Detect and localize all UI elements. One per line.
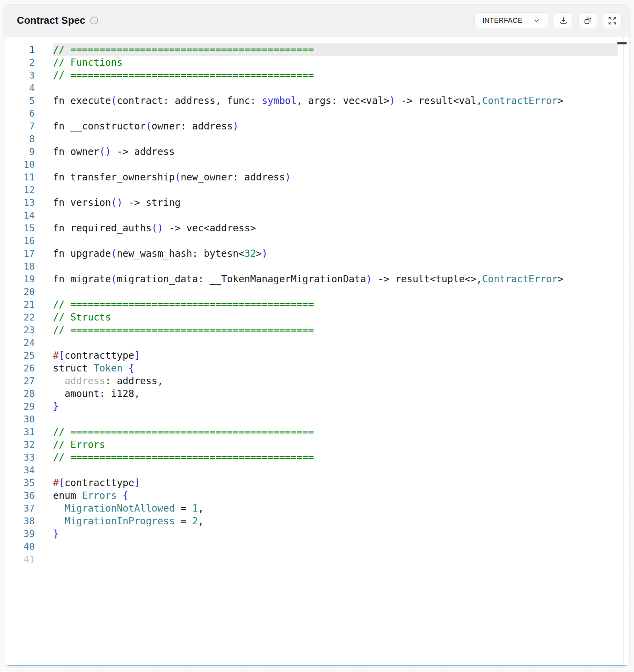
line-number: 11 bbox=[4, 171, 35, 183]
line-number: 7 bbox=[4, 120, 35, 133]
line-number: 38 bbox=[4, 515, 35, 527]
code-text: MigrationInProgress = 2, bbox=[53, 515, 618, 527]
code-text: enum Errors { bbox=[53, 489, 618, 502]
code-text: fn upgrade(new_wasm_hash: bytesn<32>) bbox=[53, 247, 618, 260]
line-number: 27 bbox=[4, 375, 35, 387]
line-number: 21 bbox=[4, 298, 35, 311]
code-line: 2// Functions bbox=[4, 56, 629, 69]
line-number: 3 bbox=[4, 69, 35, 82]
line-number: 32 bbox=[4, 438, 35, 451]
chevron-down-icon bbox=[533, 17, 540, 24]
hscrollbar-thumb[interactable] bbox=[617, 42, 627, 44]
line-number: 26 bbox=[4, 362, 35, 375]
code-line: 6 bbox=[4, 107, 629, 120]
code-text bbox=[53, 413, 618, 426]
code-text: // Errors bbox=[53, 438, 618, 451]
line-number: 40 bbox=[4, 540, 35, 553]
header-actions: INTERFACE bbox=[474, 12, 622, 29]
line-number: 19 bbox=[4, 273, 35, 285]
page-title: Contract Spec bbox=[17, 15, 85, 26]
code-line: 7fn __constructor(owner: address) bbox=[4, 120, 629, 133]
code-text: // =====================================… bbox=[53, 451, 618, 464]
line-number: 33 bbox=[4, 451, 35, 464]
copy-icon bbox=[583, 16, 592, 25]
code-line: 18 bbox=[4, 260, 629, 273]
line-number: 37 bbox=[4, 502, 35, 515]
line-number: 2 bbox=[4, 56, 35, 69]
code-text: struct Token { bbox=[53, 362, 618, 375]
code-line: 27 address: address, bbox=[4, 375, 629, 387]
line-number: 18 bbox=[4, 260, 35, 273]
code-line: 1// ====================================… bbox=[4, 43, 629, 56]
line-number: 14 bbox=[4, 209, 35, 222]
code-text bbox=[53, 133, 618, 145]
code-text: // Structs bbox=[53, 311, 618, 324]
code-text bbox=[53, 285, 618, 298]
interface-dropdown-label: INTERFACE bbox=[482, 17, 523, 24]
line-number: 23 bbox=[4, 324, 35, 336]
code-line: 40 bbox=[4, 540, 629, 553]
code-text: #[contracttype] bbox=[53, 476, 618, 489]
code-editor[interactable]: 1// ====================================… bbox=[4, 36, 629, 666]
code-text bbox=[53, 183, 618, 196]
code-line: 38 MigrationInProgress = 2, bbox=[4, 515, 629, 527]
code-line: 37 MigrationNotAllowed = 1, bbox=[4, 502, 629, 515]
code-line: 12 bbox=[4, 183, 629, 196]
line-number: 4 bbox=[4, 82, 35, 94]
code-text: // =====================================… bbox=[53, 43, 618, 56]
code-text: fn __constructor(owner: address) bbox=[53, 120, 618, 133]
code-line: 30 bbox=[4, 413, 629, 426]
code-line: 26struct Token { bbox=[4, 362, 629, 375]
line-number: 12 bbox=[4, 183, 35, 196]
code-text bbox=[53, 234, 618, 247]
code-text: fn owner() -> address bbox=[53, 145, 618, 158]
contract-spec-card: Contract Spec INTERFACE bbox=[4, 4, 630, 666]
code-line: 35#[contracttype] bbox=[4, 476, 629, 489]
info-icon bbox=[89, 16, 99, 25]
code-line: 33// ===================================… bbox=[4, 451, 629, 464]
code-text: fn version() -> string bbox=[53, 196, 618, 209]
code-text bbox=[53, 107, 618, 120]
download-button[interactable] bbox=[554, 12, 573, 29]
code-line: 13fn version() -> string bbox=[4, 196, 629, 209]
line-number: 41 bbox=[4, 553, 35, 566]
code-text: } bbox=[53, 400, 618, 413]
code-text: // =====================================… bbox=[53, 324, 618, 336]
scrollbar-track-divider bbox=[623, 36, 624, 665]
code-text bbox=[53, 209, 618, 222]
code-text: fn required_auths() -> vec<address> bbox=[53, 222, 618, 234]
line-number: 24 bbox=[4, 336, 35, 349]
line-number: 25 bbox=[4, 349, 35, 362]
code-line: 10 bbox=[4, 158, 629, 171]
copy-button[interactable] bbox=[578, 12, 597, 29]
code-line: 8 bbox=[4, 133, 629, 145]
line-number: 35 bbox=[4, 476, 35, 489]
code-line: 19fn migrate(migration_data: __TokenMana… bbox=[4, 273, 629, 285]
expand-button[interactable] bbox=[603, 12, 622, 29]
code-line: 15fn required_auths() -> vec<address> bbox=[4, 222, 629, 234]
code-text: fn execute(contract: address, func: symb… bbox=[53, 94, 618, 107]
code-text: // =====================================… bbox=[53, 426, 618, 438]
line-number: 30 bbox=[4, 413, 35, 426]
interface-dropdown[interactable]: INTERFACE bbox=[474, 12, 548, 29]
code-line: 28 amount: i128, bbox=[4, 387, 629, 400]
code-line: 9fn owner() -> address bbox=[4, 145, 629, 158]
line-number: 16 bbox=[4, 234, 35, 247]
code-line: 22// Structs bbox=[4, 311, 629, 324]
code-line: 34 bbox=[4, 464, 629, 476]
code-text: amount: i128, bbox=[53, 387, 618, 400]
code-line: 31// ===================================… bbox=[4, 426, 629, 438]
code-text bbox=[53, 260, 618, 273]
code-line: 4 bbox=[4, 82, 629, 94]
code-text: MigrationNotAllowed = 1, bbox=[53, 502, 618, 515]
code-line: 5fn execute(contract: address, func: sym… bbox=[4, 94, 629, 107]
line-number: 17 bbox=[4, 247, 35, 260]
code-line: 17fn upgrade(new_wasm_hash: bytesn<32>) bbox=[4, 247, 629, 260]
bottom-accent-line bbox=[4, 665, 629, 666]
card-header: Contract Spec INTERFACE bbox=[4, 5, 629, 36]
code-text: #[contracttype] bbox=[53, 349, 618, 362]
code-text: address: address, bbox=[53, 375, 618, 387]
code-line: 32// Errors bbox=[4, 438, 629, 451]
line-number: 22 bbox=[4, 311, 35, 324]
code-text bbox=[53, 553, 618, 566]
